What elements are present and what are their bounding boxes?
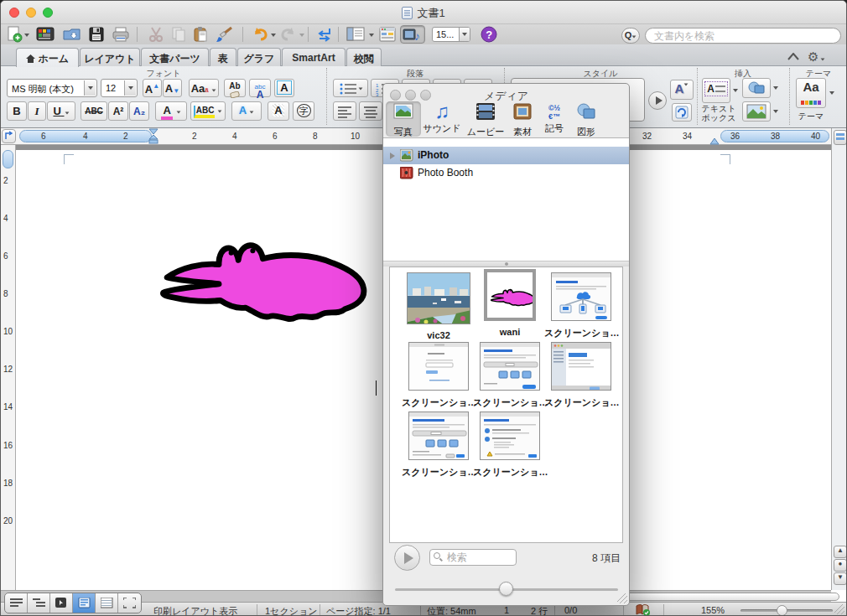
palette-tab-movies[interactable]: ムービー <box>465 102 506 138</box>
vertical-scrollbar[interactable]: ▲ ● ▼ <box>831 128 847 590</box>
align-center-button[interactable] <box>359 101 382 121</box>
gallery-button[interactable] <box>36 26 55 43</box>
undo-button[interactable] <box>251 26 269 43</box>
tab-home[interactable]: ホーム <box>16 48 79 67</box>
highlight-color-button[interactable]: ABC <box>190 101 226 121</box>
zoom-combo[interactable]: 15... <box>432 27 470 42</box>
save-button[interactable] <box>88 26 105 43</box>
themes-dropdown-arrow[interactable] <box>829 91 834 95</box>
document-search-input[interactable] <box>645 28 841 44</box>
textbox-dropdown-arrow[interactable] <box>733 89 738 92</box>
source-photo-booth[interactable]: Photo Booth <box>383 164 629 182</box>
palette-tab-clipart[interactable]: 素材 <box>507 102 538 138</box>
notebook-layout-view-button[interactable] <box>96 593 118 613</box>
italic-button[interactable]: I <box>28 101 46 121</box>
shrink-font-button[interactable]: A▼ <box>163 79 182 97</box>
search-scope-button[interactable]: Q <box>621 28 640 44</box>
shape-dropdown-arrow[interactable] <box>773 86 778 90</box>
browse-object-button[interactable]: ● <box>834 559 847 572</box>
bold-button[interactable]: B <box>7 101 27 121</box>
bullet-list-button[interactable] <box>333 79 368 97</box>
strikethrough-button[interactable]: ABC <box>81 101 107 121</box>
new-document-button[interactable] <box>6 26 23 43</box>
tab-review[interactable]: 校閲 <box>346 48 382 66</box>
font-color-button[interactable]: A <box>155 101 187 121</box>
character-border-button[interactable]: A <box>274 79 294 97</box>
palette-tab-symbols[interactable]: ©½€™ 記号 <box>539 102 569 135</box>
themes-button[interactable]: Aa <box>796 78 826 108</box>
palette-tab-photos[interactable]: 写真 <box>385 102 422 138</box>
new-document-dropdown-arrow[interactable] <box>24 34 29 37</box>
text-effect-styles-button[interactable]: A <box>670 80 694 100</box>
text-effects-button[interactable]: A <box>231 101 262 121</box>
thumbnail-screenshot-2[interactable]: スクリーンショ… <box>402 342 475 409</box>
palette-tab-audio[interactable]: ♫ サウンド <box>422 102 462 135</box>
format-painter-button[interactable] <box>216 26 234 43</box>
open-button[interactable] <box>63 26 81 43</box>
crocodile-drawing[interactable] <box>157 231 373 334</box>
page-status[interactable]: ページ指定: 1/1 <box>326 605 391 616</box>
media-browser-button[interactable]: ♪ <box>400 25 425 44</box>
outline-view-button[interactable] <box>28 593 50 613</box>
source-iphoto[interactable]: iPhoto <box>383 147 629 164</box>
zoom-slider-thumb[interactable] <box>777 605 787 616</box>
media-search-input[interactable] <box>429 549 517 566</box>
font-size-combo[interactable]: 12 <box>101 79 138 97</box>
browse-previous-button[interactable]: ▲ <box>834 546 847 558</box>
spellcheck-status-icon[interactable] <box>635 603 652 616</box>
align-left-button[interactable] <box>333 101 356 121</box>
disclosure-triangle-icon[interactable] <box>390 153 395 159</box>
redo-dropdown-arrow[interactable] <box>299 34 304 37</box>
print-layout-view-button[interactable] <box>73 593 96 613</box>
gear-menu-button[interactable]: ⚙ <box>808 49 825 65</box>
undo-dropdown-arrow[interactable] <box>271 34 276 37</box>
window-resize-grip[interactable] <box>834 604 844 614</box>
underline-button[interactable]: U <box>47 101 75 121</box>
grow-font-button[interactable]: A▲ <box>143 79 162 97</box>
tab-layout[interactable]: レイアウト <box>80 48 140 66</box>
thumbnail-screenshot-5[interactable]: スクリーンショ… <box>402 412 475 479</box>
show-formatting-marks-button[interactable] <box>316 26 335 43</box>
thumbnail-screenshot-6[interactable]: スクリーンショ… <box>473 412 547 479</box>
zoom-dropdown-arrow[interactable] <box>459 28 470 41</box>
tab-document-parts[interactable]: 文書パーツ <box>141 48 209 66</box>
thumbnail-screenshot-3[interactable]: スクリーンショ… <box>473 342 547 409</box>
insert-picture-button[interactable] <box>742 101 771 122</box>
manage-styles-button[interactable] <box>672 103 692 122</box>
cut-button[interactable] <box>147 26 165 43</box>
insert-textbox-button[interactable]: A <box>702 78 730 103</box>
thumbnail-screenshot-1[interactable]: スクリーンショ… <box>544 272 618 339</box>
thumbnail-size-slider-thumb[interactable] <box>499 582 513 596</box>
font-size-dropdown-arrow[interactable] <box>124 80 136 96</box>
change-case-button[interactable]: Aaã <box>189 79 219 97</box>
toolbox-button[interactable] <box>378 26 397 43</box>
style-gallery-expand-button[interactable] <box>648 91 667 110</box>
palette-tab-shapes[interactable]: 図形 <box>571 102 601 138</box>
focus-view-button[interactable] <box>118 593 141 613</box>
redo-button[interactable] <box>279 26 298 43</box>
copy-button[interactable] <box>170 26 187 43</box>
insert-shape-button[interactable] <box>742 78 771 98</box>
font-name-combo[interactable]: MS 明朝 (本文) <box>7 79 97 97</box>
ruler-toggle-button[interactable] <box>834 130 847 145</box>
superscript-button[interactable]: A² <box>108 101 128 121</box>
subscript-button[interactable]: A₂ <box>129 101 149 121</box>
thumbnail-wani[interactable]: wani <box>473 269 547 337</box>
picture-dropdown-arrow[interactable] <box>773 110 778 113</box>
clear-formatting-button[interactable]: Ab <box>224 79 246 97</box>
tab-smartart[interactable]: SmartArt <box>282 48 346 66</box>
play-button[interactable] <box>394 545 420 571</box>
thumbnail-vic32[interactable]: vic32 <box>402 272 475 340</box>
palette-resize-grip[interactable] <box>617 593 627 603</box>
vertical-ruler[interactable]: 2 4 6 8 10 12 14 16 18 20 <box>1 145 16 590</box>
character-shading-button[interactable]: A <box>268 101 289 121</box>
tab-stop-selector[interactable] <box>2 129 16 143</box>
phonetic-guide-button[interactable]: abcA <box>249 79 271 97</box>
paste-button[interactable] <box>192 26 209 43</box>
publishing-layout-view-button[interactable] <box>50 593 73 613</box>
font-name-dropdown-arrow[interactable] <box>84 80 96 96</box>
tab-chart[interactable]: グラフ <box>237 48 281 66</box>
enclose-characters-button[interactable]: 字 <box>293 101 314 121</box>
sidebar-view-dropdown-arrow[interactable] <box>369 34 374 37</box>
help-button[interactable]: ? <box>481 26 497 43</box>
